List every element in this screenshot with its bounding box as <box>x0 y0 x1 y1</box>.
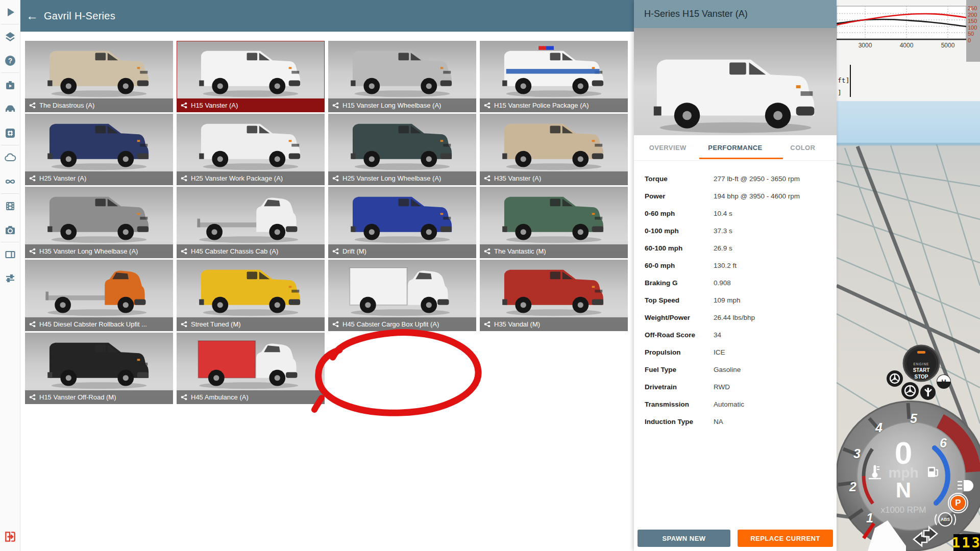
config-share-icon <box>181 321 187 328</box>
stat-label: Fuel Type <box>645 366 714 373</box>
y-tick-200: 200 <box>968 12 977 18</box>
sidebar-icon-tune-sliders[interactable] <box>0 266 20 290</box>
detail-title: H-Series H15 Vanster (A) <box>644 9 748 19</box>
stat-row: Braking G 0.908 <box>634 274 837 291</box>
stat-row: Torque 277 lb-ft @ 2950 - 3650 rpm <box>634 170 837 187</box>
vehicle-tile[interactable]: H45 Cabster Cargo Box Upfit (A) <box>328 260 476 331</box>
config-share-icon <box>181 394 187 400</box>
stat-row: Propulsion ICE <box>634 343 837 361</box>
stat-row: 0-60 mph 10.4 s <box>634 205 837 222</box>
vehicle-tile[interactable]: H35 Vandal (M) <box>480 260 628 331</box>
engine-stop-label[interactable]: STOP <box>914 374 928 380</box>
stat-label: Top Speed <box>645 296 714 304</box>
legend-fragment-torque: ft] <box>838 77 849 84</box>
tach-number-2: 2 <box>849 480 856 494</box>
page-title: Gavril H-Series <box>44 10 115 22</box>
sidebar-icon-layers[interactable] <box>0 24 20 48</box>
vehicle-tile-label: H15 Vanster Long Wheelbase (A) <box>328 98 476 112</box>
vehicle-thumbnail <box>328 187 476 244</box>
config-share-icon <box>181 248 187 255</box>
back-arrow-icon[interactable]: ← <box>20 9 44 23</box>
stat-value: 26.9 s <box>714 244 732 252</box>
vehicle-tile[interactable]: H25 Vanster Long Wheelbase (A) <box>328 114 476 185</box>
gear-indicator: N <box>896 478 911 503</box>
exit-button[interactable] <box>0 527 20 547</box>
stat-row: Top Speed 109 mph <box>634 291 837 309</box>
vehicle-tile[interactable]: H15 Vanster (A) <box>177 41 325 112</box>
sidebar-icon-ui-layout[interactable] <box>0 242 20 266</box>
vehicle-thumbnail <box>25 114 173 171</box>
parking-brake-letter: P <box>955 498 961 508</box>
vehicle-tile[interactable]: Street Tuned (M) <box>177 260 325 331</box>
stat-value: ICE <box>714 348 725 356</box>
vehicle-tile[interactable]: H15 Vanster Police Package (A) <box>480 41 628 112</box>
spawn-new-button[interactable]: SPAWN NEW <box>638 530 730 547</box>
config-share-icon <box>29 321 36 328</box>
vehicle-tile-label: H25 Vanster Work Package (A) <box>177 171 325 185</box>
legend-fragment-power: ] <box>838 89 842 96</box>
vehicle-tile-label: The Vantastic (M) <box>480 244 628 258</box>
stat-value: Automatic <box>714 400 744 408</box>
engine-label[interactable]: ENGINE <box>914 362 929 366</box>
sidebar-icon-vehicles[interactable] <box>0 97 20 121</box>
sidebar-icon-help[interactable]: ? <box>0 48 20 72</box>
wheel-option-icon-2 <box>901 382 919 399</box>
vehicle-tile[interactable]: H35 Vanster Long Wheelbase (A) <box>25 187 173 258</box>
tab-overview[interactable]: OVERVIEW <box>634 135 701 160</box>
stat-label: Transmission <box>645 400 714 408</box>
vehicle-tile[interactable]: H45 Ambulance (A) <box>177 333 325 404</box>
stat-label: Power <box>645 192 714 200</box>
config-share-icon <box>181 102 187 109</box>
sidebar-icon-infinity[interactable] <box>0 169 20 193</box>
stat-label: 0-60 mph <box>645 210 714 217</box>
config-share-icon <box>332 321 339 328</box>
tab-color[interactable]: COLOR <box>769 135 837 160</box>
stat-row: 60-0 mph 130.2 ft <box>634 257 837 274</box>
vehicle-tile[interactable]: H25 Vanster (A) <box>25 114 173 185</box>
svg-text:H: H <box>941 378 946 386</box>
sidebar-icon-replay-film[interactable] <box>0 194 20 218</box>
sidebar-icon-camera[interactable] <box>0 218 20 242</box>
sidebar-icon-settings-gear[interactable] <box>0 121 20 145</box>
stat-value: 194 bhp @ 3950 - 4600 rpm <box>714 192 800 200</box>
vehicle-thumbnail <box>480 41 628 98</box>
torque-curve-app: 3000 4000 5000 ft] ] <box>837 0 980 101</box>
detail-header: H-Series H15 Vanster (A) <box>634 0 837 28</box>
vehicle-detail-panel: H-Series H15 Vanster (A) OVERVIEW PERFOR… <box>634 0 837 551</box>
vehicle-thumbnail <box>480 187 628 244</box>
stat-value: NA <box>714 418 723 425</box>
stat-row: Weight/Power 26.44 lbs/bhp <box>634 309 837 326</box>
stat-label: 60-0 mph <box>645 262 714 269</box>
stat-label: Torque <box>645 175 714 183</box>
sidebar-icon-cloud[interactable] <box>0 145 20 169</box>
vehicle-tile[interactable]: The Disastrous (A) <box>25 41 173 112</box>
replace-current-button[interactable]: REPLACE CURRENT <box>738 530 833 547</box>
vehicle-tile[interactable]: H25 Vanster Work Package (A) <box>177 114 325 185</box>
stat-label: Weight/Power <box>645 314 714 321</box>
tach-number-4: 4 <box>875 420 883 435</box>
vehicle-tile[interactable]: H45 Diesel Cabster Rollback Upfit ... <box>25 260 173 331</box>
vehicle-thumbnail <box>480 260 628 317</box>
vehicle-tile[interactable]: Drift (M) <box>328 187 476 258</box>
vehicle-tile[interactable]: H15 Vanster Long Wheelbase (A) <box>328 41 476 112</box>
vehicle-thumbnail <box>25 260 173 317</box>
vehicle-tile[interactable]: The Vantastic (M) <box>480 187 628 258</box>
vehicle-tile-label: H45 Cabster Chassis Cab (A) <box>177 244 325 258</box>
tab-performance[interactable]: PERFORMANCE <box>701 135 769 160</box>
vehicle-tile[interactable]: H45 Cabster Chassis Cab (A) <box>177 187 325 258</box>
vehicle-tile-label: H15 Vanster Police Package (A) <box>480 98 628 112</box>
stat-value: 37.3 s <box>714 227 732 235</box>
vehicle-tile[interactable]: H35 Vanster (A) <box>480 114 628 185</box>
config-share-icon <box>29 394 36 400</box>
vehicle-thumbnail <box>177 333 325 390</box>
y-tick-250: 250 <box>968 5 977 11</box>
x-tick-3000: 3000 <box>859 42 872 49</box>
stat-label: Braking G <box>645 279 714 287</box>
vehicle-tile[interactable]: H15 Vanster Off-Road (M) <box>25 333 173 404</box>
config-share-icon <box>484 175 491 182</box>
engine-start-label[interactable]: START <box>913 367 930 373</box>
stat-value: 0.908 <box>714 279 731 287</box>
sidebar-icon-play[interactable] <box>0 0 20 24</box>
sidebar-icon-missions[interactable] <box>0 73 20 97</box>
vehicle-tile-label: H35 Vanster (A) <box>480 171 628 185</box>
